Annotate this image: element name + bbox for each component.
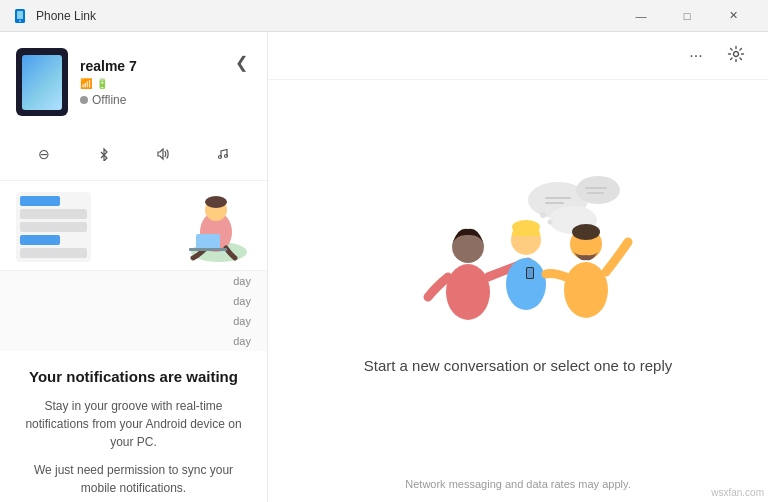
- battery-icon: 🔋: [96, 78, 108, 89]
- svg-point-18: [446, 264, 490, 320]
- svg-rect-10: [189, 248, 227, 251]
- right-footer: Network messaging and data rates may app…: [268, 466, 768, 502]
- svg-point-26: [564, 262, 608, 318]
- preview-row-1: [20, 196, 60, 206]
- maximize-button[interactable]: □: [664, 0, 710, 32]
- day-marker-1: day: [0, 271, 267, 291]
- preview-illustration: [97, 187, 251, 262]
- svg-point-11: [734, 51, 739, 56]
- settings-button[interactable]: [720, 40, 752, 72]
- svg-point-20: [512, 220, 540, 234]
- svg-point-13: [576, 176, 620, 204]
- notification-promo: Your notifications are waiting Stay in y…: [0, 351, 267, 502]
- svg-point-3: [219, 156, 222, 159]
- more-options-icon: ···: [689, 47, 702, 65]
- svg-point-4: [225, 155, 228, 158]
- apps-list-preview: [16, 192, 91, 262]
- day-marker-3: day: [0, 311, 267, 331]
- watermark: wsxfan.com: [711, 487, 764, 498]
- music-button[interactable]: [195, 136, 251, 172]
- header-actions: ···: [680, 40, 752, 72]
- app-preview-strip: [0, 181, 267, 271]
- preview-row-4: [20, 235, 60, 245]
- svg-point-15: [540, 212, 546, 218]
- svg-rect-23: [527, 268, 533, 278]
- settings-icon: [727, 45, 745, 67]
- right-content: Start a new conversation or select one t…: [268, 80, 768, 466]
- phone-preview: [16, 48, 68, 116]
- day-marker-4: day: [0, 331, 267, 351]
- footer-text: Network messaging and data rates may app…: [405, 478, 630, 490]
- preview-row-2: [20, 209, 87, 219]
- promo-body-2: We just need permission to sync your mob…: [16, 461, 251, 497]
- phone-screen: [22, 55, 62, 110]
- offline-label: Offline: [92, 93, 126, 107]
- quick-actions-bar: ⊖: [0, 128, 267, 181]
- svg-point-25: [572, 224, 600, 240]
- app-icon: [12, 8, 28, 24]
- dnd-button[interactable]: ⊖: [16, 136, 72, 172]
- volume-button[interactable]: [136, 136, 192, 172]
- day-marker-2: day: [0, 291, 267, 311]
- minimize-button[interactable]: —: [618, 0, 664, 32]
- more-options-button[interactable]: ···: [680, 40, 712, 72]
- svg-point-8: [205, 196, 227, 208]
- conversation-illustration: [378, 172, 658, 357]
- promo-title: Your notifications are waiting: [29, 367, 238, 387]
- right-panel: ···: [268, 32, 768, 502]
- preview-row-5: [20, 248, 87, 258]
- right-header: ···: [268, 32, 768, 80]
- close-button[interactable]: ✕: [710, 0, 756, 32]
- device-name: realme 7: [80, 58, 251, 74]
- device-status-row: 📶 🔋: [80, 78, 251, 89]
- offline-dot: [80, 96, 88, 104]
- offline-badge: Offline: [80, 93, 251, 107]
- window-controls: — □ ✕: [618, 0, 756, 32]
- preview-row-3: [20, 222, 87, 232]
- title-bar: Phone Link — □ ✕: [0, 0, 768, 32]
- svg-point-16: [548, 220, 553, 225]
- svg-rect-9: [196, 234, 220, 250]
- collapse-button[interactable]: ❮: [227, 48, 255, 76]
- promo-body-1: Stay in your groove with real-time notif…: [16, 397, 251, 451]
- signal-icon: 📶: [80, 78, 92, 89]
- empty-state-message: Start a new conversation or select one t…: [364, 357, 673, 374]
- svg-point-21: [506, 258, 546, 310]
- left-panel: realme 7 📶 🔋 Offline ❮ ⊖: [0, 32, 268, 502]
- svg-rect-1: [17, 11, 23, 19]
- app-body: realme 7 📶 🔋 Offline ❮ ⊖: [0, 32, 768, 502]
- device-header: realme 7 📶 🔋 Offline ❮: [0, 32, 267, 128]
- app-title: Phone Link: [36, 9, 618, 23]
- svg-point-2: [19, 20, 21, 22]
- device-info: realme 7 📶 🔋 Offline: [80, 58, 251, 107]
- bluetooth-button[interactable]: [76, 136, 132, 172]
